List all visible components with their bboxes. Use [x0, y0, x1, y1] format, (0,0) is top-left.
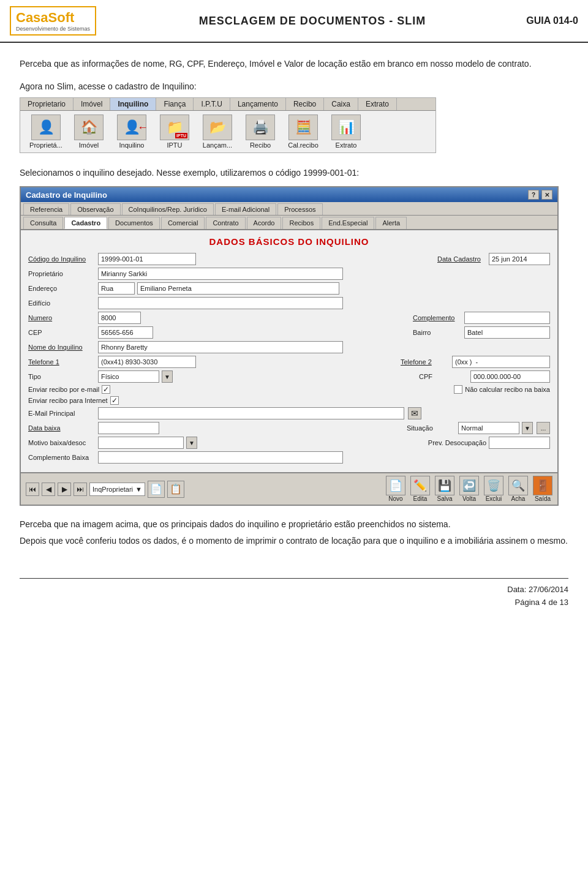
label-proprietario: Proprietário	[28, 270, 96, 277]
inquilino-icon: 👤 ←	[117, 115, 146, 140]
tab-coinquilinos[interactable]: CoInquilinos/Rep. Jurídico	[122, 203, 214, 215]
toolbar-icon-calrecibo[interactable]: 🧮 Cal.recibo	[284, 115, 323, 149]
situacao-dots-button[interactable]: ...	[537, 422, 550, 434]
label-motivo-baixa: Motivo baixa/desoc	[28, 439, 96, 446]
tab-documentos[interactable]: Documentos	[108, 217, 160, 229]
tab-inquilino[interactable]: Inquilino	[110, 98, 156, 110]
toolbar-icons: 👤 Proprietá... 🏠 Imóvel 👤 ← Inquilino 📁 …	[20, 111, 435, 152]
checkbox-enviar-internet[interactable]: ✓	[110, 396, 119, 405]
input-cpf[interactable]	[470, 370, 550, 383]
tab-email-adicional[interactable]: E-mail Adicional	[215, 203, 276, 215]
selector-label: InqProprietari	[92, 486, 133, 493]
input-data-cadastro[interactable]	[489, 253, 550, 265]
input-endereco-nome[interactable]	[137, 282, 339, 295]
input-tel2[interactable]	[452, 356, 550, 368]
input-data-baixa[interactable]	[98, 422, 159, 434]
action-saida[interactable]: 🚪 Saída	[533, 476, 552, 502]
person-icon: 👤	[31, 115, 61, 140]
icon-label-lancamento: Lançam...	[203, 141, 232, 149]
tab-alerta[interactable]: Alerta	[375, 217, 407, 229]
input-complemento-baixa[interactable]	[98, 451, 343, 464]
bottom-text-2: Depois que você conferiu todos os dados,…	[20, 535, 568, 547]
label-complemento: Complemento	[413, 314, 462, 321]
input-tel1[interactable]	[98, 356, 196, 368]
edita-label: Edita	[413, 495, 428, 502]
input-bairro[interactable]	[464, 326, 550, 339]
action-novo[interactable]: 📄 Novo	[386, 476, 405, 502]
label-tipo: Tipo	[28, 373, 96, 380]
nav-next-button[interactable]: ▶	[58, 483, 71, 496]
close-button[interactable]: ✕	[541, 190, 552, 200]
section-label: Agora no Slim, acesse o cadastro de Inqu…	[20, 81, 568, 91]
tab-referencia[interactable]: Referencia	[23, 203, 69, 215]
tipo-dropdown-arrow[interactable]: ▼	[162, 370, 173, 383]
toolbar-icon-proprietario[interactable]: 👤 Proprietá...	[26, 115, 66, 149]
toolbar-icon-lancamento[interactable]: 📂 Lançam...	[198, 115, 237, 149]
tab-recibo[interactable]: Recibo	[286, 98, 324, 110]
input-codigo[interactable]	[98, 253, 196, 265]
footer-page: Página 4 de 13	[515, 596, 568, 609]
action-volta[interactable]: ↩️ Volta	[459, 476, 479, 502]
input-email-principal[interactable]	[98, 407, 404, 419]
tab-end-especial[interactable]: End.Especial	[322, 217, 374, 229]
input-numero[interactable]	[98, 312, 141, 324]
tab-acordo[interactable]: Acordo	[247, 217, 282, 229]
footer-right: 📄 Novo ✏️ Edita 💾 Salva ↩️ Volta 🗑️	[386, 476, 552, 502]
input-situacao[interactable]	[458, 422, 519, 434]
tab-caixa[interactable]: Caixa	[324, 98, 358, 110]
volta-icon: ↩️	[459, 476, 479, 495]
chart-icon: 📊	[331, 115, 361, 140]
input-cep[interactable]	[98, 326, 153, 339]
input-prev-desocupacao[interactable]	[489, 437, 550, 449]
email-icon-button[interactable]: ✉	[408, 407, 421, 419]
toolbar-icon-extrato[interactable]: 📊 Extrato	[326, 115, 366, 149]
tab-consulta[interactable]: Consulta	[23, 217, 63, 229]
input-tipo[interactable]	[98, 370, 159, 383]
input-proprietario[interactable]	[98, 268, 343, 280]
label-data-baixa: Data baixa	[28, 424, 96, 432]
doc-button-2[interactable]: 📋	[167, 481, 184, 498]
tab-imovel[interactable]: Imóvel	[74, 98, 110, 110]
doc-button-1[interactable]: 📄	[148, 481, 165, 498]
tab-contrato[interactable]: Contrato	[206, 217, 245, 229]
tab-recibos[interactable]: Recibos	[282, 217, 320, 229]
input-edificio[interactable]	[98, 297, 343, 309]
input-complemento[interactable]	[464, 312, 550, 324]
selector-area[interactable]: InqProprietari ▼	[89, 483, 145, 496]
folder-icon: 📁 IPTU	[160, 115, 189, 140]
help-button[interactable]: ?	[528, 190, 539, 200]
nav-prev-button[interactable]: ◀	[42, 483, 55, 496]
input-endereco-tipo[interactable]	[98, 282, 135, 295]
toolbar-icon-imovel[interactable]: 🏠 Imóvel	[69, 115, 108, 149]
checkbox-nao-calcular[interactable]	[454, 385, 462, 394]
tab-observacao[interactable]: Observação	[70, 203, 120, 215]
toolbar-icon-recibo[interactable]: 🖨️ Recibo	[241, 115, 280, 149]
action-salva[interactable]: 💾 Salva	[435, 476, 454, 502]
tab-processos[interactable]: Processos	[277, 203, 322, 215]
situacao-dropdown-arrow[interactable]: ▼	[522, 422, 533, 434]
tab-fianca[interactable]: Fiança	[156, 98, 194, 110]
nav-first-button[interactable]: ⏮	[26, 483, 39, 496]
action-acha[interactable]: 🔍 Acha	[508, 476, 528, 502]
footer-left: ⏮ ◀ ▶ ⏭ InqProprietari ▼ 📄 📋	[26, 481, 184, 498]
tab-iptu[interactable]: I.P.T.U	[194, 98, 230, 110]
toolbar-icon-iptu[interactable]: 📁 IPTU IPTU	[155, 115, 194, 149]
label-situacao: Situação	[407, 424, 456, 432]
tab-cadastro[interactable]: Cadastro	[64, 217, 107, 229]
tab-proprietario[interactable]: Proprietario	[20, 98, 74, 110]
input-motivo-baixa[interactable]	[98, 437, 184, 449]
action-exclui[interactable]: 🗑️ Exclui	[484, 476, 503, 502]
input-nome[interactable]	[98, 341, 343, 353]
motivo-dropdown-arrow[interactable]: ▼	[186, 437, 197, 449]
tab-lancamento[interactable]: Lançamento	[230, 98, 286, 110]
tab-extrato[interactable]: Extrato	[358, 98, 397, 110]
tab-comercial[interactable]: Comercial	[161, 217, 205, 229]
iptu-badge: IPTU	[175, 133, 187, 138]
action-edita[interactable]: ✏️ Edita	[410, 476, 430, 502]
printer-icon: 🖨️	[246, 115, 275, 140]
nav-last-button[interactable]: ⏭	[74, 483, 87, 496]
checkbox-enviar-email[interactable]: ✓	[102, 385, 110, 394]
icon-label-imovel: Imóvel	[79, 141, 99, 149]
label-prev-desocupacao: Prev. Desocupação	[428, 439, 486, 446]
toolbar-icon-inquilino[interactable]: 👤 ← Inquilino	[112, 115, 151, 149]
